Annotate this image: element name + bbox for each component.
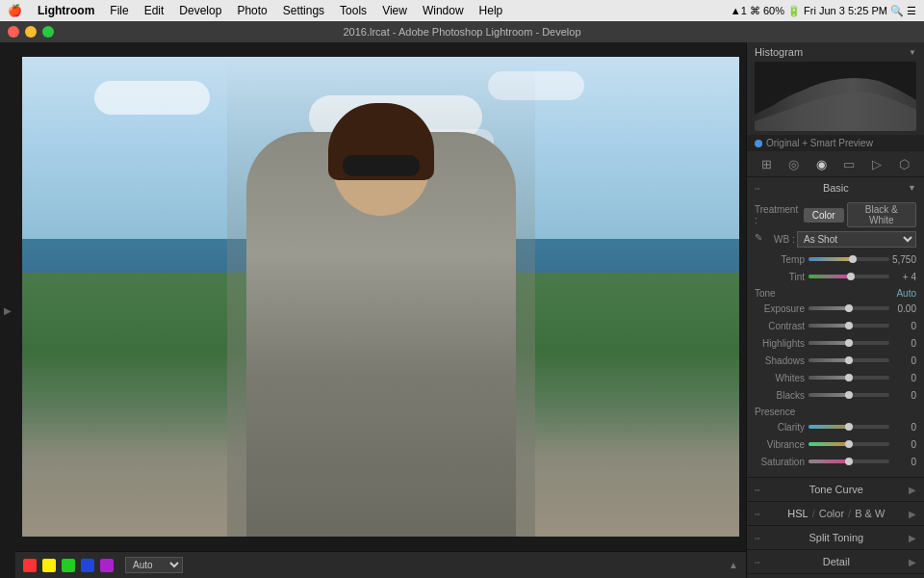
- left-panel-toggle[interactable]: ▶: [0, 42, 15, 578]
- temp-thumb[interactable]: [849, 255, 857, 263]
- close-button[interactable]: [8, 26, 19, 38]
- tone-auto-btn[interactable]: Auto: [896, 288, 916, 299]
- color-label-green[interactable]: [62, 559, 75, 572]
- left-arrow-icon: ▶: [4, 305, 12, 316]
- apple-menu[interactable]: 🍎: [8, 4, 22, 17]
- menu-view[interactable]: View: [382, 4, 407, 17]
- highlights-fill: [808, 341, 849, 345]
- saturation-thumb[interactable]: [845, 458, 853, 465]
- image-container: [15, 42, 746, 551]
- basic-panel-header[interactable]: •• Basic ▼: [747, 177, 924, 198]
- color-link[interactable]: Color: [819, 508, 844, 519]
- smart-preview-dot: [755, 140, 762, 147]
- menu-file[interactable]: File: [110, 4, 128, 17]
- blacks-value: 0: [889, 390, 916, 401]
- exposure-fill: [808, 306, 849, 310]
- color-label-blue[interactable]: [81, 559, 94, 572]
- basic-panel-dots: ••: [755, 184, 760, 193]
- clarity-thumb[interactable]: [845, 423, 853, 431]
- temp-label: Temp: [755, 254, 805, 265]
- basic-panel-title: Basic: [823, 182, 849, 194]
- clarity-slider-row: Clarity 0: [755, 419, 916, 434]
- vibrance-thumb[interactable]: [845, 440, 853, 448]
- exposure-thumb[interactable]: [845, 304, 853, 312]
- tint-slider[interactable]: [808, 275, 889, 278]
- highlights-slider[interactable]: [808, 341, 889, 345]
- whites-thumb[interactable]: [845, 374, 853, 381]
- wb-select[interactable]: As Shot Auto Daylight Cloudy Custom: [797, 231, 916, 248]
- hsl-link[interactable]: HSL: [787, 508, 808, 519]
- color-treatment-btn[interactable]: Color: [804, 208, 844, 223]
- menu-photo[interactable]: Photo: [237, 4, 267, 17]
- clarity-slider[interactable]: [808, 425, 889, 429]
- crop-tool[interactable]: ⊞: [756, 155, 777, 172]
- highlights-thumb[interactable]: [845, 339, 853, 347]
- saturation-fill: [808, 460, 849, 463]
- saturation-label: Saturation: [755, 457, 805, 467]
- tint-thumb[interactable]: [847, 273, 855, 280]
- maximize-button[interactable]: [42, 26, 54, 38]
- filmstrip-arrow-icon: ▲: [729, 560, 738, 570]
- person-area: [227, 57, 535, 537]
- temp-slider-row: Temp 5,750: [755, 251, 916, 267]
- lens-corrections-panel[interactable]: •• Lens Corrections ▶: [747, 574, 924, 578]
- shadows-fill: [808, 358, 849, 362]
- bw-link[interactable]: B & W: [855, 508, 885, 519]
- split-toning-label: Split Toning: [808, 532, 863, 543]
- spot-removal-tool[interactable]: ◎: [783, 155, 805, 172]
- split-toning-panel[interactable]: •• Split Toning ▶: [747, 526, 924, 550]
- menu-settings[interactable]: Settings: [283, 4, 324, 17]
- red-eye-tool[interactable]: ◉: [811, 155, 833, 172]
- vibrance-slider[interactable]: [808, 442, 889, 446]
- wb-eyedropper-icon[interactable]: ✎: [755, 232, 770, 248]
- hsl-panel[interactable]: •• HSL / Color / B & W ▶: [747, 502, 924, 526]
- temp-value: 5,750: [889, 254, 916, 265]
- exposure-slider[interactable]: [808, 306, 889, 310]
- temp-slider[interactable]: [808, 257, 889, 261]
- menu-tools[interactable]: Tools: [340, 4, 367, 17]
- hsl-arrow: ▶: [909, 509, 916, 519]
- color-label-purple[interactable]: [100, 559, 114, 572]
- color-label-yellow[interactable]: [42, 559, 56, 572]
- tone-curve-dots: ••: [755, 486, 760, 494]
- adjustment-brush-tool[interactable]: ⬡: [894, 155, 915, 172]
- basic-panel-content: Treatment : Color Black & White ✎ WB : A…: [747, 198, 924, 477]
- menu-edit[interactable]: Edit: [144, 4, 165, 17]
- radial-filter-tool[interactable]: ▷: [866, 155, 887, 172]
- temp-fill: [808, 257, 853, 261]
- histogram-section: Histogram ▼: [747, 42, 924, 135]
- menu-develop[interactable]: Develop: [179, 4, 221, 17]
- whites-slider[interactable]: [808, 376, 889, 380]
- histogram-canvas: [755, 62, 916, 131]
- bw-treatment-btn[interactable]: Black & White: [847, 202, 916, 227]
- contrast-thumb[interactable]: [845, 322, 853, 329]
- menu-help[interactable]: Help: [479, 4, 503, 17]
- right-panel: Histogram ▼: [746, 42, 924, 578]
- detail-dots: ••: [755, 558, 760, 566]
- traffic-lights[interactable]: [8, 26, 54, 38]
- window-title: 2016.lrcat - Adobe Photoshop Lightroom -…: [343, 26, 580, 38]
- whites-slider-row: Whites 0: [755, 370, 916, 385]
- blacks-slider-row: Blacks 0: [755, 387, 916, 403]
- contrast-slider[interactable]: [808, 324, 889, 328]
- smart-preview-text: Original + Smart Preview: [766, 138, 873, 148]
- detail-panel[interactable]: •• Detail ▶: [747, 550, 924, 574]
- graduated-filter-tool[interactable]: ▭: [838, 155, 860, 172]
- color-label-red[interactable]: [23, 559, 37, 572]
- blacks-slider[interactable]: [808, 393, 889, 397]
- grid-select[interactable]: Auto Always Never: [125, 557, 183, 573]
- filmstrip-toggle[interactable]: ▲: [729, 560, 738, 570]
- shadows-slider[interactable]: [808, 358, 889, 362]
- blacks-thumb[interactable]: [845, 391, 853, 399]
- tools-row: ⊞ ◎ ◉ ▭ ▷ ⬡: [747, 151, 924, 177]
- menu-lightroom[interactable]: Lightroom: [38, 4, 94, 17]
- menu-window[interactable]: Window: [423, 4, 464, 17]
- shadows-thumb[interactable]: [845, 356, 853, 364]
- minimize-button[interactable]: [25, 26, 37, 38]
- saturation-slider[interactable]: [808, 460, 889, 463]
- exposure-slider-row: Exposure 0.00: [755, 301, 916, 316]
- tone-curve-panel[interactable]: •• Tone Curve ▶: [747, 478, 924, 502]
- basic-panel-arrow: ▼: [908, 183, 916, 193]
- histogram-collapse-icon[interactable]: ▼: [909, 48, 916, 57]
- contrast-slider-row: Contrast 0: [755, 318, 916, 333]
